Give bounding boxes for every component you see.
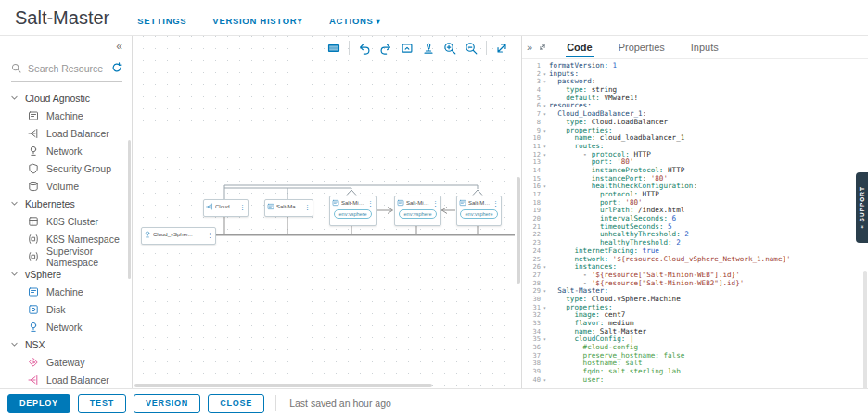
- code-editor[interactable]: 1formatVersion: 12▾inputs:3▾ password:4 …: [522, 59, 868, 389]
- code-scrollbar[interactable]: [863, 271, 867, 389]
- canvas-node-salt-minion-web[interactable]: Salt-Minion-W...⋮env:vsphere: [329, 196, 377, 226]
- fold-caret-icon[interactable]: ▾: [541, 127, 549, 135]
- section-vsphere[interactable]: vSphere: [0, 265, 132, 283]
- sidebar-item-cloud-agnostic-machine[interactable]: Machine: [0, 107, 132, 124]
- fold-caret-icon[interactable]: ▾: [541, 78, 549, 86]
- section-cloud-agnostic[interactable]: Cloud Agnostic: [0, 89, 132, 107]
- sidebar-item-cloud-agnostic-load-balancer[interactable]: Load Balancer: [0, 124, 132, 142]
- canvas-node-cloud-vsphere-network[interactable]: Cloud_vSpher...⋮: [141, 227, 216, 245]
- version-button[interactable]: VERSION: [134, 394, 200, 413]
- canvas-node-cloud-loadbalancer[interactable]: Cloud_LoadBal...⋮: [203, 199, 249, 217]
- fold-spacer: [541, 95, 549, 103]
- deploy-button[interactable]: DEPLOY: [7, 394, 70, 413]
- tab-properties[interactable]: Properties: [618, 38, 666, 57]
- line-number: 24: [522, 247, 541, 256]
- menu-actions[interactable]: ACTIONS ▾: [329, 16, 380, 26]
- line-number: 28: [522, 280, 541, 288]
- sidebar-item-cloud-agnostic-network[interactable]: Network: [0, 142, 132, 159]
- load-balancer-icon: [206, 203, 213, 210]
- sidebar-item-label: Security Group: [46, 163, 111, 174]
- canvas-hscrollbar[interactable]: [134, 384, 516, 387]
- section-kubernetes[interactable]: Kubernetes: [0, 195, 132, 212]
- machine-icon: [28, 110, 39, 121]
- line-number: 34: [522, 328, 541, 336]
- support-tab[interactable]: « SUPPORT: [856, 172, 868, 243]
- fold-spacer: [541, 86, 549, 95]
- canvas-node-salt-master[interactable]: Salt-Master⋮: [264, 199, 313, 217]
- sidebar-item-vsphere-network[interactable]: Network: [0, 318, 132, 335]
- sidebar-item-label: Machine: [46, 110, 83, 121]
- fold-caret-icon[interactable]: ▾: [541, 151, 549, 159]
- fold-caret-icon[interactable]: ▾: [541, 287, 549, 296]
- search-icon: [11, 60, 21, 77]
- line-number: 26: [522, 263, 541, 272]
- machine-icon: [332, 199, 339, 207]
- fold-spacer: [541, 158, 549, 167]
- node-menu-icon[interactable]: ⋮: [207, 232, 213, 238]
- sidebar-item-kubernetes-k8s-cluster[interactable]: K8S Cluster: [0, 212, 132, 230]
- collapse-sidebar-icon[interactable]: «: [116, 40, 122, 53]
- canvas-node-salt-minion-web2[interactable]: Salt-Minion-W...⋮env:vsphere: [456, 196, 502, 226]
- search-input[interactable]: [26, 62, 107, 75]
- line-number: 23: [522, 239, 541, 247]
- volume-icon: [28, 181, 39, 192]
- sidebar-item-kubernetes-supervisor-namespace[interactable]: Supervisor Namespace: [0, 247, 132, 265]
- node-menu-icon[interactable]: ⋮: [492, 200, 499, 207]
- tab-code[interactable]: Code: [566, 38, 594, 57]
- fold-spacer: [541, 134, 549, 143]
- section-label: NSX: [25, 339, 45, 350]
- network-icon: [28, 322, 39, 333]
- fold-spacer: [541, 256, 549, 264]
- expand-panel-icon[interactable]: »: [527, 42, 532, 53]
- line-number: 14: [522, 167, 541, 175]
- test-button[interactable]: TEST: [78, 394, 126, 413]
- section-nsx[interactable]: NSX: [0, 335, 132, 353]
- close-button[interactable]: CLOSE: [208, 394, 264, 413]
- fold-caret-icon[interactable]: ▾: [541, 304, 549, 312]
- resource-sidebar: « Cloud AgnosticMachineLoad BalancerNetw…: [0, 36, 133, 389]
- line-number: 15: [522, 175, 541, 183]
- fold-caret-icon[interactable]: ▾: [541, 335, 549, 344]
- fold-caret-icon[interactable]: ▾: [541, 143, 549, 151]
- resource-tree: Cloud AgnosticMachineLoad BalancerNetwor…: [0, 89, 132, 389]
- node-menu-icon[interactable]: ⋮: [432, 200, 439, 207]
- line-number: 29: [522, 287, 541, 296]
- line-number: 37: [522, 352, 541, 360]
- fold-caret-icon[interactable]: ▾: [541, 70, 549, 79]
- sidebar-item-vsphere-disk[interactable]: Disk: [0, 300, 132, 318]
- fold-spacer: [541, 119, 549, 127]
- menu-version-history[interactable]: VERSION HISTORY: [212, 16, 303, 26]
- sidebar-item-cloud-agnostic-security-group[interactable]: Security Group: [0, 159, 132, 177]
- line-number: 7: [522, 110, 541, 119]
- tab-inputs[interactable]: Inputs: [690, 38, 720, 57]
- line-number: 20: [522, 215, 541, 223]
- sidebar-item-label: Load Balancer: [46, 374, 109, 385]
- namespace-icon: [28, 234, 39, 245]
- sidebar-item-vsphere-machine[interactable]: Machine: [0, 283, 132, 300]
- line-number: 5: [522, 95, 541, 103]
- canvas-node-salt-minion-sql[interactable]: Salt-Minion-SQL⋮env:vsphere: [394, 196, 441, 226]
- sidebar-item-nsx-gateway[interactable]: Gateway: [0, 353, 132, 371]
- menu-settings[interactable]: SETTINGS: [137, 16, 186, 26]
- node-menu-icon[interactable]: ⋮: [304, 204, 311, 210]
- fold-caret-icon[interactable]: ▾: [541, 376, 549, 385]
- fold-spacer: [541, 247, 549, 256]
- line-number: 30: [522, 296, 541, 304]
- line-number: 32: [522, 311, 541, 320]
- maximize-panel-icon[interactable]: [538, 43, 547, 52]
- page-title: Salt-Master: [15, 0, 109, 35]
- fold-caret-icon[interactable]: ▾: [541, 110, 549, 119]
- sidebar-item-nsx-load-balancer[interactable]: Load Balancer: [0, 371, 132, 388]
- canvas-vscrollbar[interactable]: [517, 177, 520, 284]
- fold-caret-icon[interactable]: ▾: [541, 102, 549, 110]
- design-canvas[interactable]: Cloud_LoadBal...⋮Salt-Master⋮Salt-Minion…: [133, 36, 521, 389]
- load-balancer-icon: [28, 128, 39, 139]
- node-menu-icon[interactable]: ⋮: [367, 200, 374, 207]
- sidebar-item-cloud-agnostic-volume[interactable]: Volume: [0, 177, 132, 195]
- fold-caret-icon[interactable]: ▾: [541, 183, 549, 191]
- fold-caret-icon[interactable]: ▾: [541, 263, 549, 272]
- sidebar-scrollbar[interactable]: [128, 140, 131, 279]
- refresh-icon[interactable]: [111, 60, 122, 77]
- fold-spacer: [541, 191, 549, 199]
- node-menu-icon[interactable]: ⋮: [239, 204, 246, 210]
